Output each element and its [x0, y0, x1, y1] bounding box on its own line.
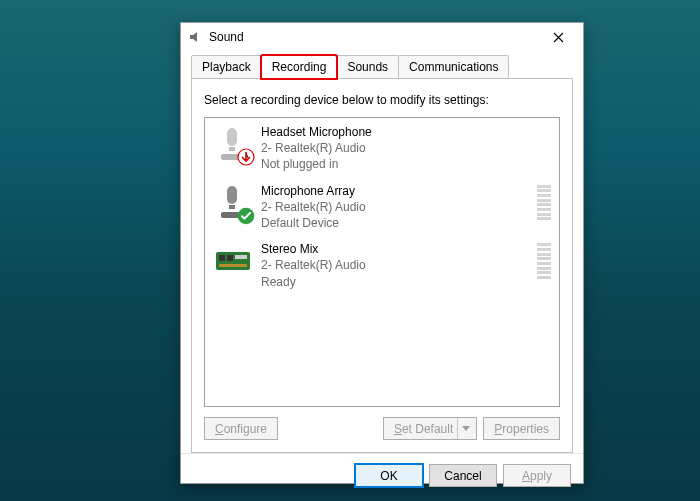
dialog-title: Sound [209, 30, 539, 44]
set-default-button[interactable]: Set Default [383, 417, 477, 440]
device-list[interactable]: Headset Microphone 2- Realtek(R) Audio N… [204, 117, 560, 407]
tab-sounds[interactable]: Sounds [336, 55, 399, 78]
configure-button[interactable]: Configure [204, 417, 278, 440]
level-meter [537, 183, 551, 223]
sound-icon [187, 29, 203, 45]
ok-button[interactable]: OK [355, 464, 423, 487]
device-status: Ready [261, 274, 529, 290]
default-badge-icon [237, 207, 255, 225]
apply-button[interactable]: Apply [503, 464, 571, 487]
svg-rect-1 [229, 147, 235, 151]
properties-button[interactable]: Properties [483, 417, 560, 440]
close-icon [553, 32, 564, 43]
sound-dialog: Sound Playback Recording Sounds Communic… [180, 22, 584, 484]
dialog-button-bar: OK Cancel Apply [181, 453, 583, 501]
list-item[interactable]: Headset Microphone 2- Realtek(R) Audio N… [205, 118, 559, 177]
list-item[interactable]: Stereo Mix 2- Realtek(R) Audio Ready [205, 235, 559, 294]
level-meter [537, 241, 551, 281]
device-status: Not plugged in [261, 156, 551, 172]
svg-rect-12 [219, 264, 247, 267]
svg-rect-10 [227, 255, 233, 261]
titlebar: Sound [181, 23, 583, 51]
svg-rect-11 [235, 255, 247, 259]
close-button[interactable] [539, 23, 577, 51]
soundcard-icon [213, 241, 253, 281]
svg-rect-5 [229, 205, 235, 209]
device-status: Default Device [261, 215, 529, 231]
tab-playback[interactable]: Playback [191, 55, 262, 78]
device-driver: 2- Realtek(R) Audio [261, 257, 529, 273]
device-name: Microphone Array [261, 183, 529, 199]
device-driver: 2- Realtek(R) Audio [261, 199, 529, 215]
device-name: Headset Microphone [261, 124, 551, 140]
tab-panel-recording: Select a recording device below to modif… [191, 78, 573, 453]
list-item[interactable]: Microphone Array 2- Realtek(R) Audio Def… [205, 177, 559, 236]
device-name: Stereo Mix [261, 241, 529, 257]
cancel-button[interactable]: Cancel [429, 464, 497, 487]
tab-recording[interactable]: Recording [261, 55, 338, 79]
svg-rect-4 [227, 186, 237, 204]
instruction-text: Select a recording device below to modif… [204, 93, 560, 107]
unplugged-badge-icon [237, 148, 255, 166]
device-driver: 2- Realtek(R) Audio [261, 140, 551, 156]
tab-communications[interactable]: Communications [398, 55, 509, 78]
mic-icon [213, 183, 253, 223]
chevron-down-icon [457, 418, 473, 439]
svg-rect-0 [227, 128, 237, 146]
svg-rect-9 [219, 255, 225, 261]
headset-mic-icon [213, 124, 253, 164]
